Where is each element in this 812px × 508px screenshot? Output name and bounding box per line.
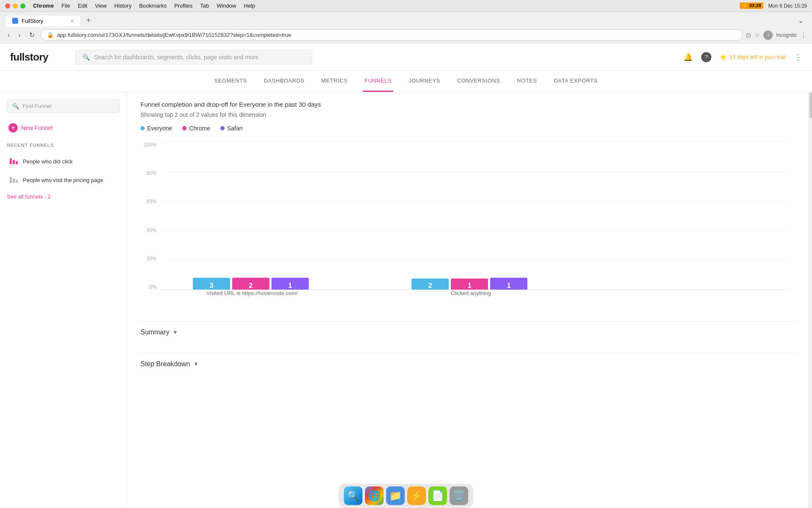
active-tab[interactable]: FullStory ✕ (5, 15, 81, 27)
reload-button[interactable]: ↻ (27, 30, 37, 40)
step1-safari-bar[interactable]: 1 (272, 278, 309, 290)
menu-edit[interactable]: Edit (78, 3, 87, 9)
cast-icon[interactable]: ⊡ (746, 32, 751, 39)
search-placeholder-text: Search for dashboards, segments, clicks,… (94, 54, 258, 61)
grid-60 (162, 201, 787, 202)
clock: Mon 6 Dec 15:29 (768, 3, 807, 9)
new-funnel-label: New Funnel (21, 124, 53, 131)
legend-dot-chrome (182, 126, 187, 130)
step1-bars: 3 2 1 (193, 278, 309, 290)
dock-files[interactable]: 📁 (386, 486, 405, 505)
legend-dot-everyone (140, 126, 145, 130)
notification-icon[interactable]: 🔔 (683, 52, 693, 62)
grid-80 (162, 171, 787, 172)
summary-label: Summary (140, 329, 169, 336)
browser-address-bar: ‹ › ↻ 🔒 app.fullstory.com/ui/173GXJ/funn… (0, 27, 812, 43)
step1-everyone-bar[interactable]: 3 (193, 278, 230, 290)
star-icon: ⭐ (720, 54, 727, 60)
battery-indicator: ⚡ 03:28 (740, 3, 763, 9)
summary-chevron-icon: ▼ (173, 329, 178, 335)
nav-notes[interactable]: NOTES (515, 71, 538, 92)
see-all-funnels[interactable]: See all funnels - 2 (7, 193, 120, 200)
nav-segments[interactable]: SEGMENTS (213, 71, 249, 92)
app-body: 🔍 Find Funnel + New Funnel RECENT FUNNEL… (0, 92, 812, 508)
funnel-item-2[interactable]: People who visit the pricing page (7, 171, 120, 188)
y-label-40: 40% (140, 227, 156, 233)
legend-safari: Safari (220, 125, 243, 132)
more-menu-icon[interactable]: ⋮ (794, 52, 802, 62)
scrollbar-thumb[interactable] (809, 93, 812, 118)
step-breakdown-chevron-icon: ▼ (193, 361, 198, 367)
more-button[interactable]: ⋮ (800, 31, 807, 39)
dock-lightning[interactable]: ⚡ (407, 486, 426, 505)
new-tab-button[interactable]: + (85, 14, 93, 27)
nav-dashboards[interactable]: DASHBOARDS (262, 71, 306, 92)
menu-help[interactable]: Help (244, 3, 255, 9)
step-breakdown-section[interactable]: Step Breakdown ▼ (140, 353, 795, 375)
dock-trash[interactable]: 🗑️ (450, 486, 468, 505)
dock-chrome[interactable]: 🌐 (365, 486, 384, 505)
close-button[interactable] (5, 3, 10, 8)
header-actions: 🔔 ? ⭐ 13 days left in your trial ⋮ (683, 52, 802, 62)
back-button[interactable]: ‹ (5, 30, 12, 40)
funnel-name-1: People who did click (23, 158, 73, 165)
menu-profiles[interactable]: Profiles (174, 3, 192, 9)
tab-strip-menu[interactable]: ⌄ (795, 15, 807, 26)
menu-chrome[interactable]: Chrome (33, 3, 54, 9)
menu-view[interactable]: View (95, 3, 107, 9)
global-search[interactable]: 🔍 Search for dashboards, segments, click… (75, 50, 312, 64)
address-bar[interactable]: 🔒 app.fullstory.com/ui/173GXJ/funnels/de… (41, 29, 743, 41)
menu-history[interactable]: History (114, 3, 131, 9)
y-label-0: 0% (140, 284, 156, 290)
new-funnel-button[interactable]: + New Funnel (7, 120, 120, 136)
dock: 🔍 🌐 📁 ⚡ 📄 🗑️ (338, 483, 474, 508)
step1-chrome-bar[interactable]: 2 (232, 278, 269, 290)
step2-everyone-bar-solid: 2 (411, 279, 449, 290)
step2-everyone-bar-container[interactable]: 2 (411, 279, 449, 290)
tab-close-button[interactable]: ✕ (70, 18, 74, 24)
step-breakdown-label: Step Breakdown (140, 360, 190, 368)
menu-window[interactable]: Window (217, 3, 236, 9)
nav-conversions[interactable]: CONVERSIONS (455, 71, 502, 92)
sidebar: 🔍 Find Funnel + New Funnel RECENT FUNNEL… (0, 92, 127, 508)
nav-journeys[interactable]: JOURNEYS (407, 71, 442, 92)
recent-funnels-label: RECENT FUNNELS (7, 143, 120, 148)
browser-actions: ⊡ ☆ I Incognito ⋮ (746, 30, 807, 40)
chart-legend: Everyone Chrome Safari (140, 125, 795, 132)
sidebar-search[interactable]: 🔍 Find Funnel (7, 99, 120, 113)
legend-label-chrome: Chrome (189, 125, 210, 132)
minimize-button[interactable] (13, 3, 18, 8)
browser-chrome: FullStory ✕ + ⌄ ‹ › ↻ 🔒 app.fullstory.co… (0, 12, 812, 44)
y-label-60: 60% (140, 199, 156, 204)
step2-chrome-bar-solid: 1 (451, 279, 488, 290)
menu-file[interactable]: File (61, 3, 70, 9)
profile-icon[interactable]: I (763, 30, 773, 40)
scrollbar[interactable] (809, 92, 812, 508)
nav-metrics[interactable]: METRICS (320, 71, 349, 92)
help-icon[interactable]: ? (701, 52, 711, 62)
nav-data-exports[interactable]: DATA EXPORTS (552, 71, 600, 92)
chart-area: 3 2 1 2 (162, 142, 787, 290)
step2-bars: 2 1 1 (411, 278, 527, 290)
menu-tab[interactable]: Tab (200, 3, 209, 9)
main-nav: SEGMENTS DASHBOARDS METRICS FUNNELS JOUR… (0, 71, 812, 92)
summary-section[interactable]: Summary ▼ (140, 321, 795, 343)
step2-safari-bar[interactable]: 1 (490, 278, 527, 290)
menu-bookmarks[interactable]: Bookmarks (139, 3, 167, 9)
bookmark-icon[interactable]: ☆ (754, 32, 760, 39)
funnel-name-2: People who visit the pricing page (23, 177, 103, 183)
dock-finder[interactable]: 🔍 (344, 486, 362, 505)
step2-label: Clicked anything (411, 290, 530, 296)
forward-button[interactable]: › (16, 30, 23, 40)
app-header: fullstory 🔍 Search for dashboards, segme… (0, 44, 812, 71)
nav-funnels[interactable]: FUNNELS (363, 71, 393, 92)
window-controls[interactable] (5, 3, 25, 8)
funnel-item-1[interactable]: People who did click (7, 153, 120, 170)
step2-chrome-bar-container[interactable]: 1 (451, 279, 488, 290)
y-axis: 100% 80% 60% 40% 20% 0% (140, 142, 159, 290)
maximize-button[interactable] (20, 3, 25, 8)
dock-document[interactable]: 📄 (428, 486, 447, 505)
funnel-icon-1 (8, 156, 19, 166)
main-content: Funnel completion and drop-off for Every… (127, 92, 809, 508)
x-axis-labels: Visited URL is https://hovercode.com/ Cl… (162, 290, 787, 311)
